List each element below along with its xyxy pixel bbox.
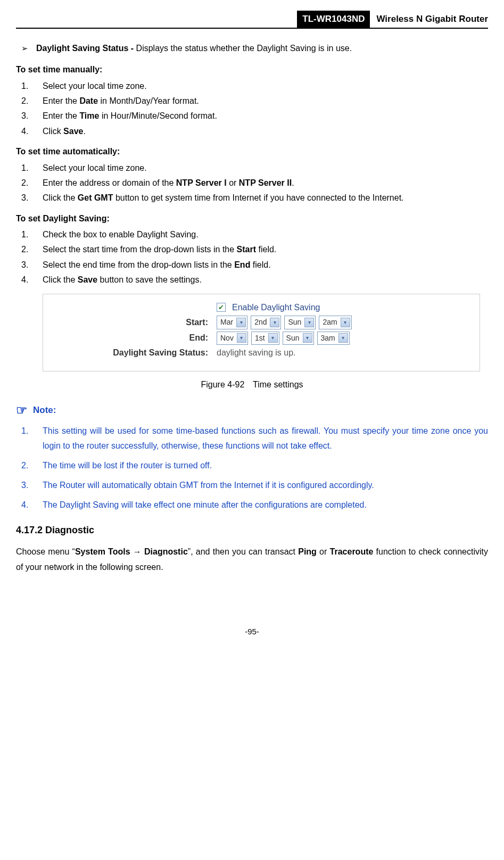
page-content: ➢ Daylight Saving Status - Displays the … (0, 29, 504, 594)
end-month-select[interactable]: Nov▾ (217, 332, 248, 345)
daylight-bullet-text: Daylight Saving Status - Displays the st… (36, 43, 488, 54)
end-week-select[interactable]: 1st▾ (251, 332, 279, 345)
status-label: Daylight Saving Status: (43, 347, 217, 359)
manual-step-4: Click Save. (16, 126, 488, 137)
chevron-down-icon: ▾ (341, 318, 350, 327)
status-value: daylight saving is up. (217, 347, 296, 359)
daylight-desc: Displays the status whether the Daylight… (136, 44, 352, 53)
auto-step-2: Enter the address or domain of the NTP S… (16, 177, 488, 189)
ds-step-1: Check the box to enable Daylight Saving. (16, 229, 488, 241)
pointing-hand-icon: ☞ (16, 401, 28, 419)
auto-step-3: Click the Get GMT button to get system t… (16, 192, 488, 204)
figure-caption: Figure 4-92 Time settings (16, 379, 488, 391)
product-label: Wireless N Gigabit Router (370, 11, 488, 28)
daylight-bullet: ➢ Daylight Saving Status - Displays the … (21, 43, 488, 54)
note-item-3: The Router will automatically obtain GMT… (16, 478, 488, 493)
chevron-down-icon: ▾ (303, 333, 312, 343)
chevron-down-icon: ▾ (338, 333, 348, 343)
note-label: Note: (33, 404, 56, 417)
manual-heading: To set time manually: (16, 64, 488, 76)
chevron-down-icon: ▾ (237, 333, 246, 343)
manual-step-2: Enter the Date in Month/Day/Year format. (16, 95, 488, 107)
chevron-down-icon: ▾ (270, 318, 279, 327)
start-month-select[interactable]: Mar▾ (217, 316, 247, 329)
enable-daylight-checkbox[interactable]: ✔ (217, 303, 226, 312)
chevron-down-icon: ▾ (236, 318, 246, 327)
ds-step-2: Select the start time from the drop-down… (16, 244, 488, 255)
auto-heading: To set time automatically: (16, 146, 488, 158)
ds-step-3: Select the end time from the drop-down l… (16, 259, 488, 271)
auto-steps: Select your local time zone. Enter the a… (16, 162, 488, 204)
enable-daylight-label: Enable Daylight Saving (232, 302, 320, 313)
model-label: TL-WR1043ND (297, 11, 370, 28)
start-day-select[interactable]: Sun▾ (284, 316, 316, 329)
ds-step-4: Click the Save button to save the settin… (16, 274, 488, 286)
diagnostic-paragraph: Choose menu “System Tools → Diagnostic”,… (16, 544, 488, 575)
end-day-select[interactable]: Sun▾ (283, 332, 314, 345)
end-hour-select[interactable]: 3am▾ (317, 332, 350, 345)
note-item-1: This setting will be used for some time-… (16, 424, 488, 454)
page-header: TL-WR1043ND Wireless N Gigabit Router (16, 11, 488, 29)
start-label: Start: (43, 317, 217, 328)
chevron-down-icon: ▾ (268, 333, 278, 343)
end-label: End: (43, 332, 217, 344)
auto-step-1: Select your local time zone. (16, 162, 488, 174)
note-header: ☞ Note: (16, 401, 488, 419)
note-item-4: The Daylight Saving will take effect one… (16, 498, 488, 513)
diagnostic-heading: 4.17.2 Diagnostic (16, 524, 488, 537)
ds-steps: Check the box to enable Daylight Saving.… (16, 229, 488, 286)
note-list: This setting will be used for some time-… (16, 424, 488, 513)
manual-steps: Select your local time zone. Enter the D… (16, 80, 488, 138)
chevron-down-icon: ▾ (304, 318, 314, 327)
note-item-2: The time will be lost if the router is t… (16, 458, 488, 474)
manual-step-3: Enter the Time in Hour/Minute/Second for… (16, 110, 488, 122)
daylight-title: Daylight Saving Status - (36, 44, 136, 53)
manual-step-1: Select your local time zone. (16, 80, 488, 92)
start-hour-select[interactable]: 2am▾ (319, 316, 351, 329)
figure-time-settings: ✔ Enable Daylight Saving Start: Mar▾ 2nd… (43, 294, 480, 371)
bullet-arrow-icon: ➢ (21, 43, 36, 54)
start-week-select[interactable]: 2nd▾ (251, 316, 281, 329)
page-number: -95- (0, 594, 504, 653)
ds-heading: To set Daylight Saving: (16, 213, 488, 225)
